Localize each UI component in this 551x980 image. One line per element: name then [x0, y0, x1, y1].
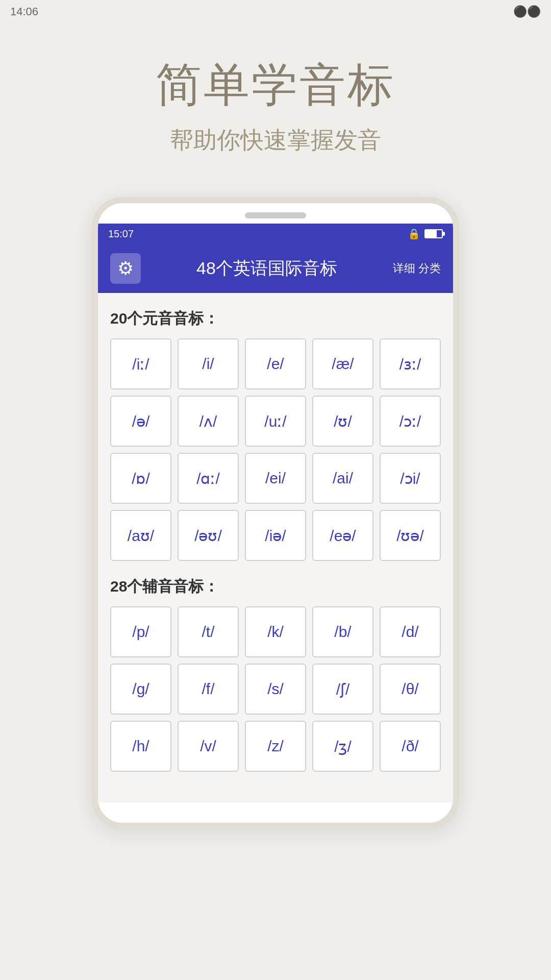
- consonant-cell[interactable]: /t/: [178, 606, 239, 657]
- content-area: 20个元音音标： /iː//i//e//æ//ɜː//ə//ʌ//uː//ʊ//…: [98, 293, 453, 802]
- inner-status-bar: 15:07 🔒: [98, 224, 453, 244]
- consonant-cell[interactable]: /θ/: [380, 664, 441, 715]
- vowel-cell[interactable]: /ʌ/: [178, 396, 239, 447]
- vowel-cell[interactable]: /eə/: [312, 510, 373, 561]
- vowel-cell[interactable]: /ɑː/: [178, 453, 239, 504]
- consonant-cell[interactable]: /f/: [178, 664, 239, 715]
- vowel-cell[interactable]: /aʊ/: [110, 510, 171, 561]
- main-title: 简单学音标: [156, 54, 395, 116]
- consonants-section-title: 28个辅音音标：: [110, 576, 441, 597]
- vowel-cell[interactable]: /ɔi/: [380, 453, 441, 504]
- consonants-grid: /p//t//k//b//d//g//f//s//ʃ//θ//h//v//z//…: [110, 606, 441, 772]
- lock-icon: 🔒: [408, 228, 420, 240]
- battery-icon: [424, 229, 443, 238]
- phone-speaker: [98, 203, 453, 224]
- vowel-cell[interactable]: /uː/: [245, 396, 306, 447]
- consonant-cell[interactable]: /s/: [245, 664, 306, 715]
- vowel-cell[interactable]: /ə/: [110, 396, 171, 447]
- inner-time: 15:07: [108, 228, 134, 240]
- vowels-grid: /iː//i//e//æ//ɜː//ə//ʌ//uː//ʊ//ɔː//ɒ//ɑː…: [110, 338, 441, 561]
- vowel-cell[interactable]: /e/: [245, 338, 306, 389]
- consonant-cell[interactable]: /z/: [245, 721, 306, 772]
- inner-status-right: 🔒: [408, 228, 443, 240]
- vowels-section-title: 20个元音音标：: [110, 308, 441, 329]
- consonant-cell[interactable]: /ʒ/: [312, 721, 373, 772]
- vowel-cell[interactable]: /ɜː/: [380, 338, 441, 389]
- vowel-cell[interactable]: /ei/: [245, 453, 306, 504]
- consonant-cell[interactable]: /p/: [110, 606, 171, 657]
- header-detail-button[interactable]: 详细 分类: [393, 261, 441, 276]
- vowel-cell[interactable]: /ʊə/: [380, 510, 441, 561]
- outer-time: 14:06: [10, 5, 38, 18]
- consonant-cell[interactable]: /b/: [312, 606, 373, 657]
- consonant-cell[interactable]: /k/: [245, 606, 306, 657]
- title-section: 简单学音标 帮助你快速掌握发音: [156, 54, 395, 156]
- header-title: 48个英语国际音标: [196, 257, 337, 280]
- vowel-cell[interactable]: /æ/: [312, 338, 373, 389]
- gear-icon[interactable]: ⚙: [110, 253, 141, 284]
- consonant-cell[interactable]: /ʃ/: [312, 664, 373, 715]
- vowel-cell[interactable]: /i/: [178, 338, 239, 389]
- outer-status-bar: 14:06 ⚫⚫: [0, 0, 551, 23]
- consonant-cell[interactable]: /h/: [110, 721, 171, 772]
- app-header: ⚙ 48个英语国际音标 详细 分类: [98, 244, 453, 293]
- vowel-cell[interactable]: /iə/: [245, 510, 306, 561]
- vowel-cell[interactable]: /ai/: [312, 453, 373, 504]
- vowel-cell[interactable]: /ɔː/: [380, 396, 441, 447]
- consonant-cell[interactable]: /v/: [178, 721, 239, 772]
- vowel-cell[interactable]: /ʊ/: [312, 396, 373, 447]
- consonant-cell[interactable]: /ð/: [380, 721, 441, 772]
- outer-icons: ⚫⚫: [513, 5, 541, 18]
- sub-title: 帮助你快速掌握发音: [156, 125, 395, 156]
- vowel-cell[interactable]: /iː/: [110, 338, 171, 389]
- vowel-cell[interactable]: /ɒ/: [110, 453, 171, 504]
- consonant-cell[interactable]: /d/: [380, 606, 441, 657]
- consonant-cell[interactable]: /g/: [110, 664, 171, 715]
- phone-mockup: 15:07 🔒 ⚙ 48个英语国际音标 详细 分类 20个元音音标： /iː//…: [92, 197, 459, 829]
- speaker-bar: [245, 212, 306, 218]
- battery-fill: [425, 230, 437, 237]
- vowel-cell[interactable]: /əʊ/: [178, 510, 239, 561]
